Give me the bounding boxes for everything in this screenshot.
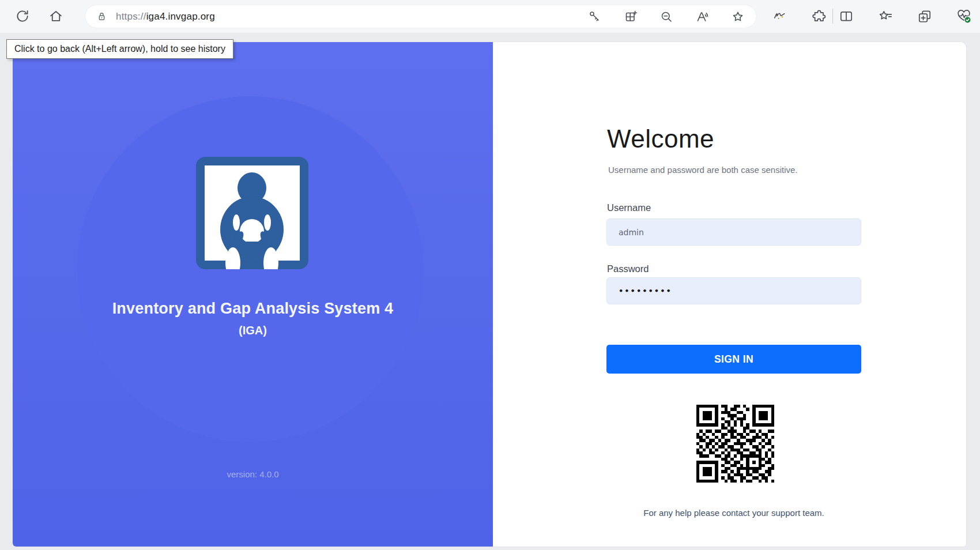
- back-tooltip: Click to go back (Alt+Left arrow), hold …: [6, 39, 233, 59]
- address-bar-actions: [588, 10, 745, 24]
- qr-code: [696, 405, 774, 483]
- favorite-star-icon: [731, 10, 745, 24]
- login-panel: Welcome Username and password are both c…: [493, 42, 966, 547]
- welcome-heading: Welcome: [607, 125, 714, 153]
- custom-extension-button[interactable]: [772, 9, 787, 24]
- brand-panel: Inventory and Gap Analysis System 4 (IGA…: [13, 42, 493, 547]
- brand-circle: [77, 96, 423, 442]
- page-content: Inventory and Gap Analysis System 4 (IGA…: [13, 42, 966, 547]
- apps-grid-button[interactable]: [624, 10, 638, 24]
- home-icon: [48, 9, 63, 24]
- browser-toolbar: https://iga4.invgap.org: [0, 0, 980, 33]
- url-text: https://iga4.invgap.org: [116, 11, 215, 22]
- reload-icon: [15, 9, 30, 24]
- extension-logo-icon: [772, 9, 787, 24]
- read-aloud-button[interactable]: [695, 10, 709, 24]
- collections-icon: [917, 9, 932, 24]
- url-host: iga4.invgap.org: [146, 11, 215, 22]
- add-favorite-button[interactable]: [731, 10, 745, 24]
- toolbar-divider: [832, 9, 833, 24]
- extensions-puzzle-icon: [812, 9, 827, 24]
- password-input[interactable]: [606, 277, 861, 304]
- username-input[interactable]: [606, 219, 861, 246]
- zoom-out-button[interactable]: [659, 10, 673, 24]
- home-button[interactable]: [46, 6, 66, 26]
- grid-plus-icon: [624, 10, 638, 24]
- screen: { "browser": { "url": { "scheme": "https…: [0, 0, 980, 550]
- app-logo: [196, 157, 308, 269]
- extensions-button[interactable]: [812, 9, 827, 24]
- zoom-out-icon: [659, 10, 673, 24]
- read-aloud-icon: [695, 10, 709, 24]
- browser-essentials-button[interactable]: [956, 9, 971, 24]
- favorites-bar-icon: [878, 9, 893, 24]
- toolbar-right-actions: [772, 9, 971, 24]
- split-screen-icon: [839, 9, 854, 24]
- case-sensitive-note: Username and password are both case sens…: [608, 165, 798, 175]
- username-label: Username: [607, 202, 651, 213]
- password-label: Password: [607, 263, 649, 274]
- app-version: version: 4.0.0: [13, 469, 493, 479]
- app-abbr: (IGA): [13, 324, 493, 337]
- browser-essentials-icon: [956, 9, 971, 24]
- sign-in-button[interactable]: SIGN IN: [606, 345, 861, 374]
- reload-button[interactable]: [13, 6, 32, 26]
- saved-passwords-button[interactable]: [588, 10, 602, 24]
- collections-button[interactable]: [917, 9, 932, 24]
- split-screen-button[interactable]: [839, 9, 854, 24]
- lock-icon[interactable]: [96, 10, 108, 22]
- url-scheme: https://: [116, 11, 146, 22]
- address-bar[interactable]: https://iga4.invgap.org: [85, 5, 756, 28]
- app-title: Inventory and Gap Analysis System 4: [13, 300, 493, 318]
- favorites-bar-button[interactable]: [878, 9, 893, 24]
- help-text: For any help please contact your support…: [606, 508, 861, 518]
- key-icon: [588, 10, 602, 24]
